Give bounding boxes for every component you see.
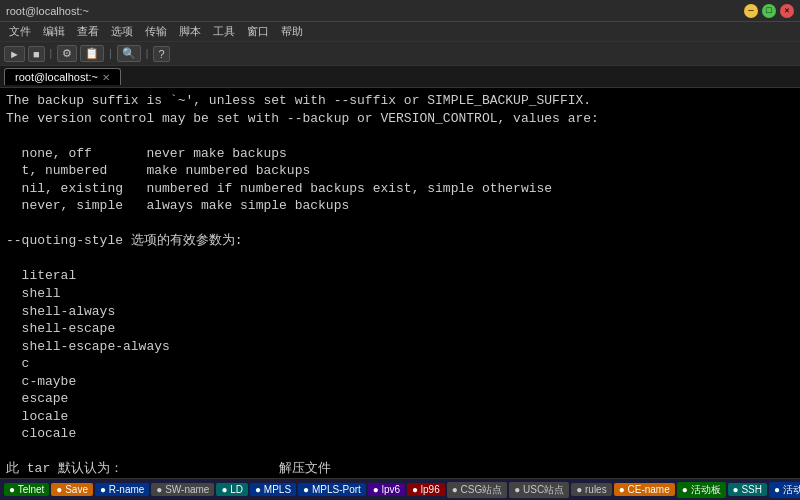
- statusbar-item[interactable]: ● SSH: [728, 483, 767, 496]
- terminal-line: literal: [6, 267, 794, 285]
- toolbar-button[interactable]: ►: [4, 46, 25, 62]
- toolbar-stop-button[interactable]: ■: [28, 46, 45, 62]
- toolbar-search-button[interactable]: 🔍: [117, 45, 141, 62]
- minimize-button[interactable]: ─: [744, 4, 758, 18]
- terminal-line: nil, existing numbered if numbered backu…: [6, 180, 794, 198]
- terminal-line: c: [6, 355, 794, 373]
- statusbar-item[interactable]: ● 活动板: [769, 482, 800, 498]
- toolbar-settings-button[interactable]: ⚙: [57, 45, 77, 62]
- terminal-line: escape: [6, 390, 794, 408]
- terminal-line: none, off never make backups: [6, 145, 794, 163]
- toolbar-copy-button[interactable]: 📋: [80, 45, 104, 62]
- menu-item-传输[interactable]: 传输: [140, 23, 172, 40]
- terminal-line: The version control may be set with --ba…: [6, 110, 794, 128]
- terminal-line: shell-always: [6, 303, 794, 321]
- menu-item-工具[interactable]: 工具: [208, 23, 240, 40]
- menubar: 文件编辑查看选项传输脚本工具窗口帮助: [0, 22, 800, 42]
- statusbar-item[interactable]: ● Telnet: [4, 483, 49, 496]
- terminal-line: never, simple always make simple backups: [6, 197, 794, 215]
- titlebar: root@localhost:~ ─ □ ✕: [0, 0, 800, 22]
- toolbar-sep2: |: [107, 48, 114, 60]
- toolbar-help-button[interactable]: ?: [153, 46, 169, 62]
- tab-label: root@localhost:~: [15, 71, 98, 83]
- window-controls: ─ □ ✕: [744, 4, 794, 18]
- menu-item-查看[interactable]: 查看: [72, 23, 104, 40]
- menu-item-帮助[interactable]: 帮助: [276, 23, 308, 40]
- tab-root-localhost[interactable]: root@localhost:~ ✕: [4, 68, 121, 85]
- terminal-line: [6, 215, 794, 233]
- statusbar-item[interactable]: ● lpv6: [368, 483, 405, 496]
- terminal[interactable]: The backup suffix is `~', unless set wit…: [0, 88, 800, 478]
- statusbar: ● Telnet● Save● R-name● SW-name● LD● MPL…: [0, 478, 800, 500]
- tabbar: root@localhost:~ ✕: [0, 66, 800, 88]
- terminal-line: [6, 127, 794, 145]
- statusbar-item[interactable]: ● rules: [571, 483, 612, 496]
- terminal-line: shell-escape-always: [6, 338, 794, 356]
- tab-close-icon[interactable]: ✕: [102, 72, 110, 83]
- menu-item-文件[interactable]: 文件: [4, 23, 36, 40]
- menu-item-窗口[interactable]: 窗口: [242, 23, 274, 40]
- terminal-line: shell: [6, 285, 794, 303]
- statusbar-item[interactable]: ● lp96: [407, 483, 445, 496]
- statusbar-item[interactable]: ● USC站点: [509, 482, 569, 498]
- window-title: root@localhost:~: [6, 5, 89, 17]
- terminal-line: --quoting-style 选项的有效参数为:: [6, 232, 794, 250]
- maximize-button[interactable]: □: [762, 4, 776, 18]
- terminal-line: 此 tar 默认认为： 解压文件: [6, 460, 794, 478]
- statusbar-item[interactable]: ● SW-name: [151, 483, 214, 496]
- terminal-line: c-maybe: [6, 373, 794, 391]
- statusbar-item[interactable]: ● R-name: [95, 483, 149, 496]
- terminal-line: t, numbered make numbered backups: [6, 162, 794, 180]
- statusbar-item[interactable]: ● Save: [51, 483, 93, 496]
- terminal-line: [6, 443, 794, 461]
- toolbar: ► ■ | ⚙ 📋 | 🔍 | ?: [0, 42, 800, 66]
- statusbar-item[interactable]: ● CSG站点: [447, 482, 508, 498]
- toolbar-sep3: |: [144, 48, 151, 60]
- menu-item-脚本[interactable]: 脚本: [174, 23, 206, 40]
- terminal-line: The backup suffix is `~', unless set wit…: [6, 92, 794, 110]
- terminal-line: locale: [6, 408, 794, 426]
- statusbar-item[interactable]: ● 活动板: [677, 482, 726, 498]
- close-button[interactable]: ✕: [780, 4, 794, 18]
- statusbar-item[interactable]: ● MPLS-Port: [298, 483, 366, 496]
- statusbar-item[interactable]: ● LD: [216, 483, 248, 496]
- statusbar-item[interactable]: ● MPLS: [250, 483, 296, 496]
- statusbar-item[interactable]: ● CE-name: [614, 483, 675, 496]
- terminal-line: clocale: [6, 425, 794, 443]
- menu-item-编辑[interactable]: 编辑: [38, 23, 70, 40]
- terminal-line: shell-escape: [6, 320, 794, 338]
- terminal-line: [6, 250, 794, 268]
- toolbar-sep1: |: [48, 48, 55, 60]
- menu-item-选项[interactable]: 选项: [106, 23, 138, 40]
